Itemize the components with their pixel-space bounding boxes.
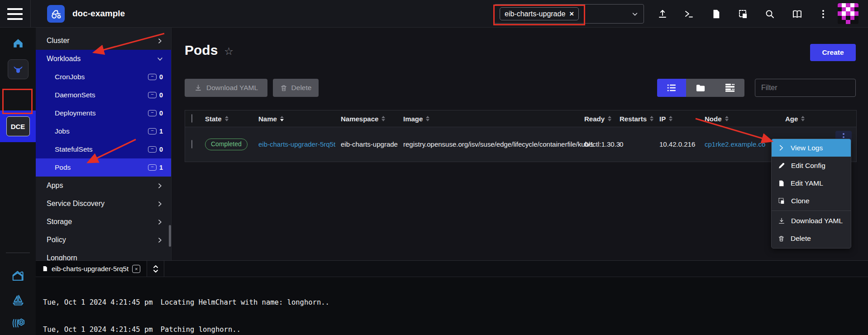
sort-carets-icon — [225, 116, 229, 121]
rail-divider — [6, 253, 30, 253]
ready-cell: 0/1 — [584, 140, 620, 149]
count-badge-icon — [148, 146, 157, 153]
chip-close-icon[interactable]: × — [569, 10, 574, 18]
tab-close-icon[interactable]: × — [132, 265, 140, 273]
log-panel-expander[interactable] — [147, 261, 164, 277]
node-link[interactable]: cp1rke2.example.co — [705, 140, 765, 148]
create-button[interactable]: Create — [810, 44, 856, 61]
steer-icon — [12, 64, 24, 75]
menu-item-edit-yaml[interactable]: Edit YAML — [772, 174, 851, 192]
delete-button[interactable]: Delete — [273, 79, 319, 97]
column-header-node[interactable]: Node — [705, 115, 785, 123]
search-filter-chip-label: eib-charts-upgrade — [505, 10, 565, 18]
home-icon — [12, 38, 24, 49]
grouped-view-button[interactable] — [715, 79, 744, 97]
extensions-button[interactable] — [0, 317, 36, 329]
sidebar-scrollbar[interactable] — [169, 225, 171, 247]
list-view-button[interactable] — [657, 79, 686, 97]
sidebar-item-workloads[interactable]: Workloads — [36, 50, 171, 68]
column-header-image[interactable]: Image — [403, 115, 584, 123]
row-checkbox[interactable] — [191, 140, 192, 148]
import-yaml-icon[interactable] — [657, 8, 668, 20]
sort-carets-icon — [426, 116, 429, 121]
dce-cluster-button[interactable]: DCE — [0, 116, 36, 136]
search-icon[interactable] — [764, 8, 776, 20]
resource-search-box[interactable]: eib-charts-upgrade × — [494, 4, 644, 24]
fleet-button[interactable] — [0, 293, 36, 306]
sidebar-item-cluster[interactable]: Cluster — [36, 32, 171, 50]
chevron-down-icon[interactable] — [632, 11, 638, 17]
log-line: Tue, Oct 1 2024 4:21:45 pmPatching longh… — [43, 325, 868, 335]
column-header-ip[interactable]: IP — [659, 115, 705, 123]
count-badge-icon — [148, 164, 157, 171]
top-header: doc-example eib-charts-upgrade × — [0, 0, 868, 28]
folder-view-button[interactable] — [686, 79, 715, 97]
download-yaml-button[interactable]: Download YAML — [185, 79, 267, 97]
menu-item-edit-config[interactable]: Edit Config — [772, 157, 851, 174]
column-header-state[interactable]: State — [205, 115, 258, 123]
sidebar-item-cronjobs[interactable]: CronJobs 0 — [36, 68, 171, 86]
sort-carets-icon — [608, 116, 611, 121]
file-icon[interactable] — [710, 8, 722, 20]
local-cluster-button[interactable] — [0, 59, 36, 79]
sidebar-item-deployments[interactable]: Deployments 0 — [36, 104, 171, 122]
menu-item-delete[interactable]: Delete — [772, 230, 851, 247]
sidebar-item-policy[interactable]: Policy — [36, 231, 171, 249]
sort-carets-icon — [801, 116, 805, 121]
menu-item-view-logs[interactable]: View Logs — [772, 139, 851, 157]
home-button[interactable] — [0, 38, 36, 49]
column-header-restarts[interactable]: Restarts — [620, 115, 659, 123]
list-view-icon — [667, 84, 676, 92]
status-badge: Completed — [205, 139, 248, 150]
snapshot-icon[interactable] — [737, 8, 749, 20]
app-logo[interactable] — [47, 5, 65, 23]
sidebar-item-jobs[interactable]: Jobs 1 — [36, 122, 171, 140]
pods-table: State Name Namespace Image Ready Restart… — [185, 110, 857, 162]
log-tab-bar: eib-charts-upgrader-5rq5t × — [36, 261, 868, 277]
sidebar-item-pods[interactable]: Pods 1 — [36, 158, 171, 177]
app-title: doc-example — [72, 9, 125, 19]
trash-icon — [280, 84, 287, 92]
sidebar-item-storage[interactable]: Storage — [36, 213, 171, 231]
header-divider — [30, 0, 31, 28]
hamburger-menu-icon[interactable] — [7, 8, 23, 20]
menu-item-clone[interactable]: Clone — [772, 192, 851, 210]
sidebar-item-apps[interactable]: Apps — [36, 177, 171, 195]
docs-book-icon[interactable] — [791, 8, 803, 20]
sort-carets-icon — [280, 116, 284, 121]
column-header-age[interactable]: Age — [785, 115, 856, 123]
sidebar-item-statefulsets[interactable]: StatefulSets 0 — [36, 140, 171, 158]
clone-icon — [778, 197, 785, 205]
filter-input[interactable] — [755, 79, 856, 97]
ip-cell: 10.42.0.216 — [659, 140, 705, 149]
pod-name-link[interactable]: eib-charts-upgrader-5rq5t — [258, 140, 335, 148]
table-row[interactable]: Completed eib-charts-upgrader-5rq5t eib-… — [185, 127, 856, 162]
grouped-view-icon — [725, 84, 734, 92]
log-output[interactable]: Tue, Oct 1 2024 4:21:45 pmLocating HelmC… — [36, 277, 868, 335]
file-icon — [42, 265, 48, 272]
count-badge-icon — [148, 74, 157, 80]
log-tab[interactable]: eib-charts-upgrader-5rq5t × — [36, 261, 147, 277]
user-avatar[interactable] — [838, 3, 858, 24]
sidebar-item-daemonsets[interactable]: DaemonSets 0 — [36, 86, 171, 104]
harvester-button[interactable] — [0, 269, 36, 282]
chevron-right-icon — [157, 38, 163, 44]
favorite-star-icon[interactable] — [224, 43, 234, 58]
column-header-namespace[interactable]: Namespace — [341, 115, 403, 123]
page-title: Pods — [185, 43, 218, 58]
log-panel: eib-charts-upgrader-5rq5t × Tue, Oct 1 2… — [36, 260, 868, 335]
sidebar-item-service-discovery[interactable]: Service Discovery — [36, 195, 171, 213]
kebab-menu-icon[interactable] — [817, 8, 829, 20]
menu-divider — [772, 211, 851, 211]
select-all-checkbox[interactable] — [191, 114, 192, 123]
search-filter-chip[interactable]: eib-charts-upgrade × — [500, 7, 579, 20]
menu-item-download-yaml[interactable]: Download YAML — [772, 212, 851, 230]
kubectl-shell-icon[interactable] — [683, 8, 695, 20]
pencil-icon — [778, 162, 785, 169]
chevron-right-icon — [157, 182, 163, 189]
sidebar-item-longhorn[interactable]: Longhorn — [36, 249, 171, 260]
column-header-name[interactable]: Name — [258, 115, 341, 123]
chevron-down-icon — [157, 56, 163, 62]
view-mode-toggle — [657, 79, 744, 97]
column-header-ready[interactable]: Ready — [584, 115, 620, 123]
